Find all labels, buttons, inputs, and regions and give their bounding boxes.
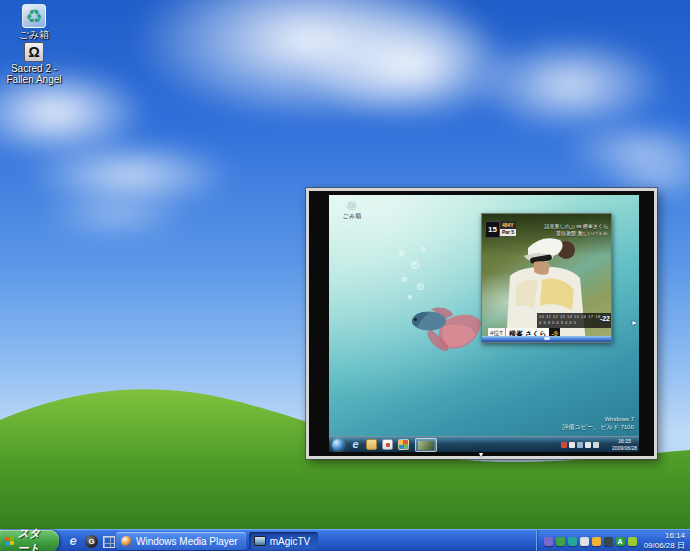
bubble: [399, 251, 404, 256]
frame-right-arrow-icon[interactable]: ►: [631, 319, 638, 326]
frame-down-handle-icon[interactable]: ▼: [478, 451, 485, 458]
tray-icon[interactable]: [568, 537, 577, 546]
media-player-icon[interactable]: [382, 439, 393, 450]
win7-tray-icons[interactable]: [561, 442, 599, 448]
vm-recycle-bin[interactable]: ♻ ごみ箱: [335, 200, 369, 219]
task-buttons[interactable]: Windows Media Player mAgicTV: [116, 532, 318, 550]
tray-icon[interactable]: [556, 537, 565, 546]
show-desktop-icon[interactable]: [103, 536, 115, 548]
wmp-icon: [121, 536, 132, 547]
tray-icon[interactable]: [580, 537, 589, 546]
tray-icon[interactable]: [577, 442, 583, 448]
desktop-icon-sacred2[interactable]: Ω Sacred 2 - Fallen Angel: [2, 42, 66, 85]
vm-recycle-bin-icon: ♻: [335, 200, 369, 213]
desktop-icon-recycle-bin[interactable]: ♻ ごみ箱: [2, 4, 66, 40]
system-tray[interactable]: A 16:14 09/06/28 日: [536, 530, 690, 551]
bubble: [411, 261, 419, 269]
recycle-bin-label: ごみ箱: [2, 29, 66, 40]
media-dot: [386, 443, 390, 447]
win7-desktop[interactable]: ♻ ごみ箱: [329, 195, 639, 452]
tv-thumbnail: [418, 441, 434, 450]
task-magictv[interactable]: mAgicTV: [249, 532, 319, 550]
hole-par: Par 5: [500, 229, 516, 236]
media-center-icon[interactable]: [398, 439, 409, 450]
explorer-folder-icon[interactable]: [366, 439, 377, 450]
quick-launch[interactable]: e G: [66, 533, 115, 549]
windows-flag-icon: [5, 535, 15, 548]
magictv-icon: [254, 536, 266, 546]
task-label: Windows Media Player: [136, 536, 238, 547]
tray-icon[interactable]: [585, 442, 591, 448]
win7-active-task-button[interactable]: [415, 438, 437, 452]
task-label: mAgicTV: [270, 536, 311, 547]
bubble: [402, 277, 407, 282]
win7-taskbar[interactable]: e 16:15 2009/06/28: [329, 436, 639, 452]
scorecard-strip: 10 11 12 13 14 15 16 17 18 4 3 4 5 4 3 4…: [537, 313, 611, 328]
tray-icon[interactable]: [593, 442, 599, 448]
tray-icon[interactable]: [561, 442, 567, 448]
xp-clock-time: 16:14: [644, 531, 685, 541]
tray-icon[interactable]: [604, 537, 613, 546]
betta-fish: [401, 293, 485, 359]
ie-icon[interactable]: e: [350, 439, 361, 450]
vm-monitor-window[interactable]: ♻ ごみ箱: [306, 188, 657, 459]
tray-icon[interactable]: [544, 537, 553, 546]
tray-icon[interactable]: [592, 537, 601, 546]
watermark-line1: Windows 7: [563, 415, 634, 423]
watermark-line2: 評価コピー。 ビルド 7100: [563, 423, 634, 431]
xp-taskbar[interactable]: スタート e G Windows Media Player mAgicTV: [0, 529, 690, 551]
bubble: [417, 283, 424, 290]
win7-clock-time: 16:15: [612, 438, 637, 445]
atok-ime-icon[interactable]: A: [616, 537, 625, 546]
scorecard-scores: 4 3 4 5 4 3 4 4 5: [539, 320, 609, 326]
start-button[interactable]: スタート: [0, 530, 59, 551]
bubble: [421, 247, 425, 251]
hole-number: 15: [485, 221, 500, 238]
cloud: [40, 195, 190, 237]
tray-icon[interactable]: [628, 537, 637, 546]
tv-chrome-button[interactable]: [544, 337, 550, 340]
xp-desktop: ♻ ごみ箱 Ω Sacred 2 - Fallen Angel ♻ ごみ箱: [0, 0, 690, 551]
xp-clock[interactable]: 16:14 09/06/28 日: [644, 531, 685, 551]
vm-recycle-bin-label: ごみ箱: [335, 213, 369, 219]
magictv-video-window[interactable]: 15 484Y Par 5 諸見里しのぶ vs 横峯さくら 首位攻防 激しいバト…: [481, 213, 612, 343]
scorecard-total: -22: [600, 315, 610, 322]
sacred2-label-line1: Sacred 2 -: [2, 63, 66, 74]
broadcast-caption: 諸見里しのぶ vs 横峯さくら 首位攻防 激しいバトル: [545, 223, 608, 237]
sacred2-icon: Ω: [24, 42, 44, 62]
caption-line2: 首位攻防 激しいバトル: [545, 230, 608, 237]
tv-window-chrome[interactable]: [482, 336, 611, 342]
sacred2-label-line2: Fallen Angel: [2, 74, 66, 85]
win7-start-orb[interactable]: [332, 439, 344, 451]
hole-info-graphic: 15 484Y Par 5: [485, 221, 516, 238]
tray-icon[interactable]: [569, 442, 575, 448]
start-button-label: スタート: [18, 526, 51, 551]
hole-yards: 484Y: [500, 221, 516, 229]
win7-clock-date: 2009/06/28: [612, 445, 637, 452]
windows7-watermark: Windows 7 評価コピー。 ビルド 7100: [563, 415, 634, 431]
gom-player-icon[interactable]: G: [85, 535, 98, 548]
task-windows-media-player[interactable]: Windows Media Player: [116, 532, 246, 550]
recycle-bin-icon: ♻: [22, 4, 46, 28]
win7-clock[interactable]: 16:15 2009/06/28: [612, 438, 637, 452]
ie-quicklaunch-icon[interactable]: e: [66, 534, 80, 548]
caption-line1: 諸見里しのぶ vs 横峯さくら: [545, 223, 608, 230]
xp-clock-date: 09/06/28 日: [644, 541, 685, 551]
